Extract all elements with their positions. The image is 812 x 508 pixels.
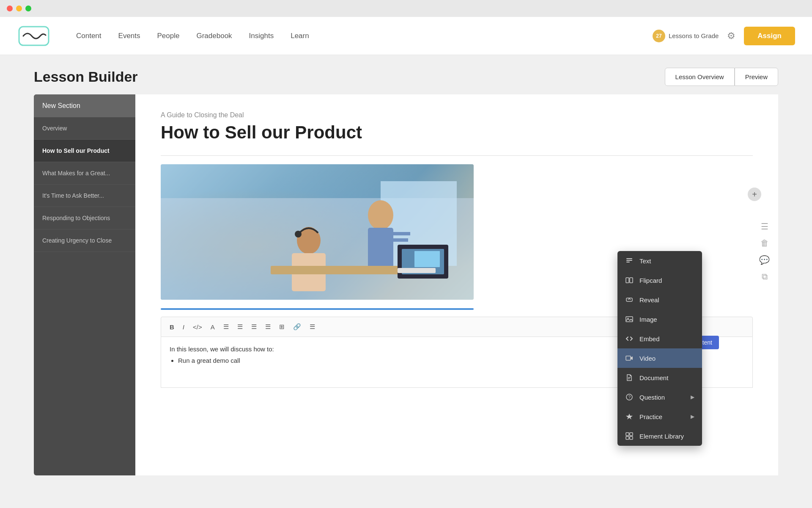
- lesson-overview-button[interactable]: Lesson Overview: [665, 68, 735, 86]
- ordered-list-button[interactable]: ☰: [234, 321, 246, 332]
- svg-marker-29: [626, 414, 633, 420]
- library-icon: [625, 432, 634, 440]
- dropdown-embed[interactable]: Embed: [617, 329, 702, 348]
- text-icon: [625, 257, 634, 265]
- lesson-header-buttons: Lesson Overview Preview: [665, 68, 778, 86]
- sidebar-item-time-to-ask[interactable]: It's Time to Ask Better...: [34, 185, 135, 207]
- dropdown-practice-label: Practice: [639, 413, 662, 420]
- dropdown-document-label: Document: [639, 374, 668, 381]
- nav-events[interactable]: Events: [118, 32, 140, 40]
- minimize-dot[interactable]: [16, 6, 22, 11]
- nav-right: 27 Lessons to Grade ⚙ Assign: [653, 27, 795, 45]
- dropdown-image[interactable]: Image: [617, 309, 702, 329]
- reveal-icon: [625, 295, 634, 304]
- copy-icon[interactable]: ⧉: [762, 272, 768, 282]
- blue-bar: [161, 308, 474, 310]
- page-body: Lesson Builder Lesson Overview Preview N…: [0, 55, 812, 475]
- code-button[interactable]: </>: [189, 322, 206, 332]
- svg-rect-17: [626, 260, 632, 261]
- content-image: [161, 164, 474, 300]
- close-dot[interactable]: [7, 6, 13, 11]
- menu-icon[interactable]: ☰: [761, 221, 768, 232]
- dropdown-image-label: Image: [639, 316, 657, 323]
- indent-button[interactable]: ☰: [248, 321, 260, 332]
- add-content-button[interactable]: +: [748, 188, 761, 201]
- dropdown-flipcard-label: Flipcard: [639, 277, 662, 284]
- gear-icon[interactable]: ⚙: [727, 30, 735, 41]
- practice-arrow-icon: ▶: [691, 414, 694, 420]
- dropdown-text-label: Text: [639, 257, 651, 265]
- svg-text:?: ?: [628, 395, 631, 400]
- dropdown-video[interactable]: Video: [617, 348, 702, 368]
- svg-rect-5: [368, 228, 393, 270]
- question-icon: ?: [625, 393, 634, 401]
- sidebar-item-overview[interactable]: Overview: [34, 117, 135, 140]
- image-icon: [625, 315, 634, 323]
- page-title: Lesson Builder: [34, 69, 138, 85]
- sidebar-item-creating-urgency[interactable]: Creating Urgency to Close: [34, 229, 135, 252]
- svg-rect-22: [626, 317, 633, 322]
- bold-button[interactable]: B: [166, 322, 178, 332]
- lessons-to-grade-label: Lessons to Grade: [669, 32, 719, 39]
- unordered-list-button[interactable]: ☰: [220, 321, 232, 332]
- dropdown-reveal-label: Reveal: [639, 296, 659, 304]
- document-icon: [625, 373, 634, 382]
- sidebar-new-section[interactable]: New Section: [34, 94, 135, 117]
- lesson-header: Lesson Builder Lesson Overview Preview: [34, 55, 778, 94]
- main-layout: New Section Overview How to Sell our Pro…: [34, 94, 778, 475]
- dropdown-video-label: Video: [639, 355, 656, 362]
- italic-button[interactable]: I: [179, 322, 188, 332]
- svg-rect-25: [628, 377, 631, 378]
- dropdown-reveal[interactable]: Reveal: [617, 290, 702, 309]
- dropdown-flipcard[interactable]: Flipcard: [617, 271, 702, 290]
- more-button[interactable]: ☰: [306, 321, 318, 332]
- dropdown-question-label: Question: [639, 394, 665, 401]
- sidebar: New Section Overview How to Sell our Pro…: [34, 94, 135, 475]
- text-intro: In this lesson, we will discuss how to:: [170, 345, 274, 353]
- content-area: A Guide to Closing the Deal How to Sell …: [135, 94, 778, 475]
- flipcard-icon: [625, 276, 634, 284]
- svg-rect-32: [626, 436, 629, 439]
- dropdown-practice[interactable]: Practice ▶: [617, 407, 702, 426]
- dropdown-library-label: Element Library: [639, 433, 684, 440]
- assign-button[interactable]: Assign: [744, 27, 795, 45]
- maximize-dot[interactable]: [25, 6, 31, 11]
- svg-rect-30: [626, 433, 629, 436]
- svg-rect-6: [393, 232, 410, 235]
- content-divider: [161, 155, 753, 156]
- dropdown-text[interactable]: Text: [617, 251, 702, 271]
- logo[interactable]: [17, 23, 51, 49]
- top-nav: Content Events People Gradebook Insights…: [0, 17, 812, 55]
- sidebar-item-how-to-sell[interactable]: How to Sell our Product: [34, 140, 135, 162]
- dropdown-element-library[interactable]: Element Library: [617, 426, 702, 446]
- lessons-to-grade[interactable]: 27 Lessons to Grade: [653, 30, 719, 42]
- svg-rect-26: [628, 378, 630, 379]
- dropdown-embed-label: Embed: [639, 335, 660, 342]
- comment-icon[interactable]: 💬: [759, 255, 770, 265]
- dropdown-question[interactable]: ? Question ▶: [617, 387, 702, 407]
- lesson-main-title: How to Sell our Product: [161, 122, 753, 143]
- svg-rect-15: [414, 251, 440, 267]
- dropdown-menu: Text Flipcard Reveal: [617, 251, 702, 446]
- embed-icon: [625, 334, 634, 343]
- sidebar-item-what-makes[interactable]: What Makes for a Great...: [34, 162, 135, 185]
- titlebar: [0, 0, 812, 17]
- font-size-button[interactable]: A: [207, 322, 218, 332]
- nav-content[interactable]: Content: [76, 32, 102, 40]
- preview-button[interactable]: Preview: [735, 68, 778, 86]
- nav-insights[interactable]: Insights: [249, 32, 274, 40]
- table-button[interactable]: ⊞: [276, 321, 288, 332]
- sidebar-item-responding[interactable]: Responding to Objections: [34, 207, 135, 229]
- trash-icon[interactable]: 🗑: [760, 238, 769, 248]
- svg-point-10: [295, 231, 302, 237]
- nav-gradebook[interactable]: Gradebook: [196, 32, 232, 40]
- nav-people[interactable]: People: [157, 32, 180, 40]
- nav-learn[interactable]: Learn: [291, 32, 309, 40]
- grade-count: 27: [653, 30, 665, 42]
- video-icon: [625, 354, 634, 362]
- dropdown-document[interactable]: Document: [617, 368, 702, 387]
- link-button[interactable]: 🔗: [290, 321, 304, 332]
- svg-rect-16: [626, 258, 632, 259]
- svg-rect-24: [626, 356, 631, 360]
- outdent-button[interactable]: ☰: [262, 321, 274, 332]
